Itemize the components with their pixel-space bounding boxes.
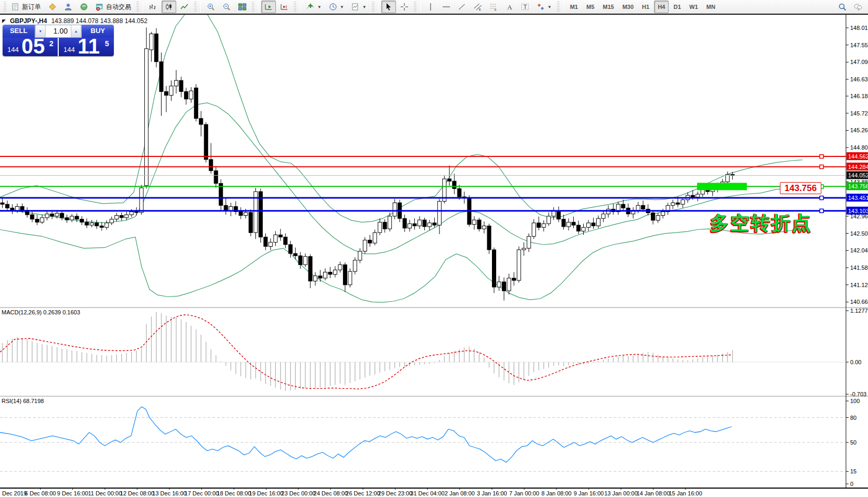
candle: [145, 49, 148, 186]
signals-button[interactable]: [77, 1, 91, 13]
autotrade-button[interactable]: 自动交易: [92, 1, 134, 13]
chat-button[interactable]: [851, 1, 865, 13]
timeframe-h1-button[interactable]: H1: [638, 1, 653, 13]
buy-price[interactable]: 144 11 5: [59, 38, 114, 56]
cursor-button[interactable]: [381, 1, 396, 13]
candle: [115, 216, 119, 219]
timeframe-mn-button[interactable]: MN: [703, 1, 719, 13]
indicators-button[interactable]: ▼: [303, 1, 325, 13]
arrows-button[interactable]: ▼: [533, 1, 555, 13]
rsi-tick-label: 80: [850, 415, 856, 421]
candle: [512, 278, 516, 280]
neworder-icon: [12, 3, 20, 11]
candle: [676, 203, 680, 204]
candle: [507, 278, 511, 291]
timeframe-d1-button[interactable]: D1: [670, 1, 684, 13]
price-axis[interactable]: 148.010147.550147.090146.630146.180145.7…: [846, 25, 868, 305]
price-tick-label: 145.260: [850, 127, 868, 133]
highlight-zone[interactable]: [697, 183, 747, 190]
toolbar-grip: [294, 2, 296, 12]
text-button[interactable]: A: [502, 1, 517, 13]
horizontal-line-button[interactable]: [439, 1, 454, 13]
rsi-axis[interactable]: 1008050150: [846, 398, 860, 487]
search-button[interactable]: [835, 1, 850, 13]
time-label: 15 Jan 16:00: [669, 490, 702, 496]
text-label-button[interactable]: T: [518, 1, 532, 13]
volume-input[interactable]: 1.00: [46, 25, 71, 37]
zoomin-icon: [207, 3, 215, 11]
candle: [557, 211, 561, 219]
crosshair-icon: [400, 3, 409, 11]
new-order-button[interactable]: 新订单: [8, 1, 44, 13]
candle: [572, 222, 575, 225]
tile-windows-button[interactable]: [235, 1, 250, 13]
candle: [194, 88, 198, 118]
rsi-tick-label: 0: [850, 481, 853, 487]
toolbar-separator: [143, 1, 143, 13]
candle: [80, 219, 84, 223]
candle: [30, 215, 34, 219]
candle: [388, 216, 392, 229]
candle: [348, 271, 352, 285]
fibonacci-button[interactable]: F: [486, 1, 501, 13]
mt4-window: 新订单自动交易▼▼▼EFAT▼M1M5M15M30H1H4D1W1MN 148.…: [0, 0, 868, 497]
timeframe-m1-button[interactable]: M1: [566, 1, 582, 13]
chevron-down-icon: ▼: [340, 5, 344, 9]
auto-scroll-button[interactable]: [261, 1, 276, 13]
price-callout[interactable]: 143.756: [780, 182, 821, 194]
crosshair-button[interactable]: [397, 1, 412, 13]
candle: [179, 80, 183, 91]
bar-chart-button[interactable]: [146, 1, 160, 13]
candle: [65, 218, 69, 220]
zoom-out-button[interactable]: [219, 1, 234, 13]
rsi-tick-label: 100: [850, 398, 860, 404]
sell-price[interactable]: 144 05 2: [3, 38, 58, 56]
macd-tick-label: 1.1277: [850, 308, 868, 314]
bollinger-bands: [0, 15, 802, 302]
bollinger-upper-band: [0, 15, 802, 222]
candle: [284, 237, 287, 245]
candle: [5, 204, 9, 208]
profile-icon: [64, 3, 72, 11]
time-label: 24 Dec 08:00: [314, 490, 348, 496]
linechart-icon: [180, 3, 189, 11]
vertical-line-button[interactable]: [423, 1, 438, 13]
zoom-in-button[interactable]: [203, 1, 218, 13]
candle: [318, 276, 322, 278]
candle: [209, 160, 213, 171]
time-label: 12 Dec 08:00: [120, 490, 154, 496]
candle: [199, 119, 203, 124]
timeframe-h4-button[interactable]: H4: [654, 1, 669, 13]
candle-chart-button[interactable]: [162, 1, 176, 13]
chart-canvas[interactable]: 148.010147.550147.090146.630146.180145.7…: [0, 15, 868, 497]
profile-button[interactable]: [61, 1, 76, 13]
macd-axis[interactable]: 1.12770.00-0.703: [846, 308, 868, 397]
time-label: 17 Dec 00:00: [185, 490, 219, 496]
time-axis[interactable]: Dec 20196 Dec 08:009 Dec 16:0011 Dec 00:…: [2, 488, 702, 496]
candle: [373, 232, 377, 243]
line-chart-button[interactable]: [177, 1, 192, 13]
price-tick-label: 141.580: [850, 265, 868, 271]
candle: [35, 219, 39, 223]
arrows-icon: [537, 3, 545, 11]
trendline-button[interactable]: [455, 1, 469, 13]
candle: [567, 222, 571, 227]
hline-icon: [442, 3, 451, 11]
candle: [437, 202, 441, 225]
timeframe-m30-button[interactable]: M30: [619, 1, 637, 13]
timeframe-m15-button[interactable]: M15: [599, 1, 617, 13]
timeframe-m5-button[interactable]: M5: [583, 1, 598, 13]
candle: [353, 260, 357, 271]
chart-shift-button[interactable]: [277, 1, 292, 13]
candle: [497, 282, 501, 287]
cursor-icon: [384, 3, 393, 11]
channel-button[interactable]: E: [470, 1, 485, 13]
market-prices-button[interactable]: [45, 1, 60, 13]
chart-window[interactable]: 148.010147.550147.090146.630146.180145.7…: [0, 15, 868, 497]
timeframe-w1-button[interactable]: W1: [685, 1, 702, 13]
templates-button[interactable]: ▼: [348, 1, 370, 13]
periods-button[interactable]: ▼: [326, 1, 347, 13]
candle: [60, 213, 64, 218]
trendline-icon: [458, 3, 466, 11]
svg-text:T: T: [523, 4, 527, 10]
